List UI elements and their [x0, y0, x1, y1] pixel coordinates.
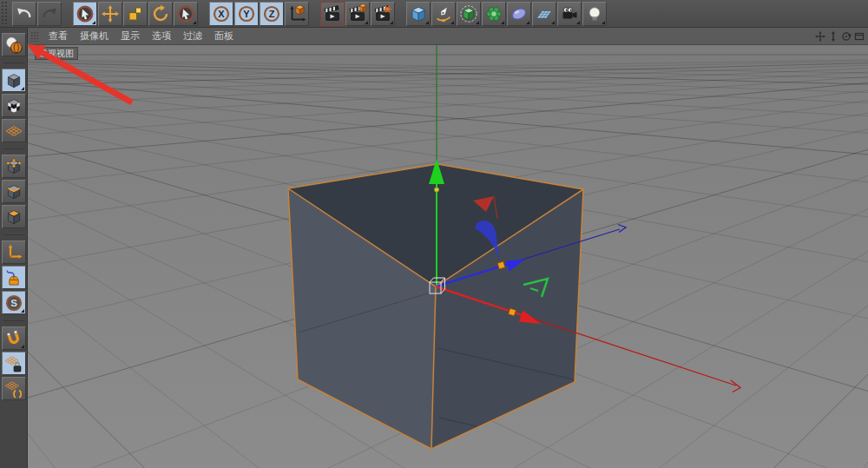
cube-edges-icon [4, 182, 23, 201]
add-subdivision-surface-button[interactable] [457, 2, 481, 26]
viewport-menu-item-0[interactable]: 查看 [43, 28, 74, 44]
clapper-gear-icon [373, 4, 392, 23]
move-icon [101, 4, 120, 23]
toolbar-separator [309, 2, 319, 26]
dolly-view-button[interactable] [827, 30, 839, 43]
toolbar-grip[interactable] [0, 0, 8, 28]
texture-mode-button[interactable] [2, 94, 26, 117]
render-view-button[interactable] [320, 2, 345, 26]
svg-text:Y: Y [243, 9, 250, 19]
floor-icon [535, 4, 554, 23]
blob-icon [510, 4, 529, 23]
dolly-icon [828, 31, 838, 42]
sidebar-separator [3, 315, 24, 321]
camera-icon [560, 4, 579, 23]
toolbar-items: XYZ [11, 0, 607, 28]
toolbar-separator [198, 2, 208, 26]
rotate-view-icon [841, 31, 852, 42]
add-spline-button[interactable] [431, 2, 456, 26]
live-selection-button[interactable] [73, 2, 97, 26]
make-editable-button[interactable] [2, 33, 26, 56]
workplane-mode-button[interactable] [2, 119, 26, 142]
viewport-solo-button[interactable] [2, 266, 26, 289]
undo-icon [15, 4, 34, 23]
model-mode-button[interactable] [2, 69, 26, 92]
coord-icon [287, 4, 306, 23]
pen-icon [434, 4, 453, 23]
viewport-menu-item-3[interactable]: 选项 [146, 28, 177, 44]
scale-icon [126, 4, 145, 23]
move-tool-button[interactable] [98, 2, 122, 26]
edges-mode-button[interactable] [2, 180, 26, 203]
axis-l-icon [4, 243, 23, 262]
viewport-menu-item-2[interactable]: 显示 [115, 28, 146, 44]
lock-x-axis-button[interactable]: X [209, 2, 233, 26]
toggle-layout-button[interactable] [853, 30, 865, 43]
gizmo-y-handle[interactable] [434, 188, 439, 193]
gizmo-z-handle[interactable] [497, 261, 505, 269]
points-mode-button[interactable] [2, 155, 26, 178]
viewport-menu-item-5[interactable]: 面板 [208, 28, 240, 44]
render-settings-button[interactable] [371, 2, 395, 26]
axis-ring-icon: Y [237, 4, 256, 23]
bulb-icon [585, 4, 604, 23]
add-primitive-cube-button[interactable] [406, 2, 431, 26]
menubar-grip-icon[interactable] [30, 31, 39, 42]
scene-3d [28, 45, 868, 468]
coordinate-system-button[interactable] [285, 2, 309, 26]
pan-view-button[interactable] [814, 30, 826, 43]
viewport-menubar: 查看摄像机显示选项过滤面板 [28, 28, 868, 45]
svg-text:S: S [10, 298, 17, 308]
cube-model-icon [4, 71, 23, 90]
subdiv-icon [459, 4, 478, 23]
cursor-icon [76, 4, 95, 23]
world-z-arrowhead [618, 225, 626, 233]
workplane-icon [4, 122, 23, 141]
add-environment-floor-button[interactable] [532, 2, 556, 26]
viewport-menu: 查看摄像机显示选项过滤面板 [43, 28, 240, 44]
add-generator-button[interactable] [482, 2, 506, 26]
left-mode-palette: S [0, 28, 28, 468]
polygons-mode-button[interactable] [2, 205, 26, 228]
redo-icon [40, 4, 59, 23]
viewport-menu-item-4[interactable]: 过滤 [177, 28, 208, 44]
add-light-button[interactable] [582, 2, 607, 26]
mouse-icon [4, 268, 23, 287]
planar-workplane-button[interactable] [2, 377, 26, 400]
viewport-menu-item-1[interactable]: 摄像机 [74, 28, 115, 44]
enable-axis-button[interactable] [2, 241, 26, 264]
redo-button[interactable] [37, 2, 62, 26]
cube-polys-icon [4, 208, 23, 227]
top-toolbar: XYZ [0, 0, 868, 28]
undo-button[interactable] [12, 2, 36, 26]
view-label: 透视视图 [35, 47, 78, 60]
render-picture-viewer-button[interactable] [345, 2, 370, 26]
axis-ring-icon: X [212, 4, 231, 23]
rotate-view-button[interactable] [840, 30, 852, 43]
svg-text:Z: Z [268, 9, 274, 19]
clapper-icon [323, 4, 342, 23]
spheres-icon [4, 36, 23, 55]
add-deformer-button[interactable] [507, 2, 531, 26]
lock-workplane-button[interactable] [2, 352, 26, 375]
lock-y-axis-button[interactable]: Y [234, 2, 259, 26]
lock-z-axis-button[interactable]: Z [260, 2, 284, 26]
snap-icon: S [4, 293, 23, 313]
svg-text:X: X [218, 9, 225, 19]
grid-parens-icon [4, 379, 23, 399]
quantize-button[interactable] [2, 326, 26, 350]
world-x-arrowhead [731, 380, 740, 392]
last-used-tool-button[interactable] [174, 2, 198, 26]
pan-icon [815, 31, 825, 42]
enable-snap-button[interactable]: S [2, 291, 26, 314]
scale-tool-button[interactable] [123, 2, 148, 26]
toolbar-separator [62, 2, 72, 26]
cube-blue-icon [409, 4, 428, 23]
viewport-canvas[interactable]: 透视视图 [28, 45, 868, 468]
viewport-panel: 查看摄像机显示选项过滤面板 透视视图 [28, 28, 868, 468]
axis-ring-icon: Z [262, 4, 281, 23]
sidebar-separator [3, 143, 24, 149]
add-camera-button[interactable] [557, 2, 582, 26]
rotate-tool-button[interactable] [148, 2, 173, 26]
flower-icon [484, 4, 503, 23]
